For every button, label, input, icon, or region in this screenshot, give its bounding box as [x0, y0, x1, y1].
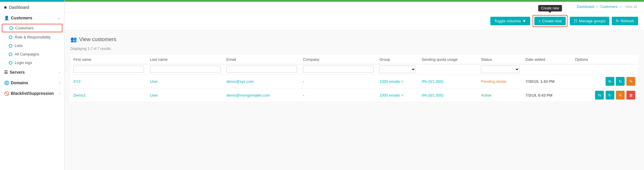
col-group: Group [377, 55, 419, 64]
customers-icon: 👤 [4, 16, 9, 20]
sidebar-loginlogs-label: Login logs [15, 60, 32, 65]
dot-icon [9, 53, 12, 56]
action-switch-1[interactable]: ⇆ [606, 77, 614, 86]
link-last-name-1[interactable]: User [150, 79, 158, 84]
cell-actions-1: ⇆ ↻ ✎ [572, 75, 638, 88]
status-badge-2: Active [481, 93, 491, 97]
link-email-1[interactable]: demo@xyz.com [226, 79, 254, 84]
page-title-area: 👥 View customers [70, 36, 638, 43]
filter-options-cell [572, 64, 638, 75]
sidebar-role-label: Role & Responsibility [15, 35, 51, 39]
toolbar: Toggle columns ▼ Create new + Create new… [65, 12, 644, 30]
link-group-1[interactable]: 1000 emails > [379, 79, 403, 84]
breadcrumb-viewall: View all [625, 5, 637, 9]
cell-email-1: demo@xyz.com [223, 75, 300, 88]
table-row: Demo1 User demo@mongomailer.com - 1000 e… [70, 88, 638, 102]
filter-first-name[interactable] [73, 66, 144, 73]
col-last-name: Last name [147, 55, 223, 64]
link-first-name-2[interactable]: Demo1 [73, 93, 86, 97]
chevron-down-icon: ▼ [522, 19, 526, 23]
filter-last-name-cell [147, 64, 223, 75]
dot-icon [9, 44, 12, 48]
filter-date-cell [523, 64, 572, 75]
filter-company[interactable] [303, 66, 374, 73]
link-email-2[interactable]: demo@mongomailer.com [226, 93, 270, 97]
sidebar-lists-label: Lists [15, 43, 23, 48]
breadcrumb: Dashboard > Customers > View all [577, 5, 638, 9]
tooltip-create-new: Create new [538, 5, 562, 11]
action-refresh-2[interactable]: ↻ [606, 91, 614, 100]
sidebar-section-domains[interactable]: 🌐 Domains ‹ [0, 78, 64, 88]
filter-last-name[interactable] [150, 66, 221, 73]
cell-last-name-2: User [147, 88, 223, 102]
breadcrumb-dashboard[interactable]: Dashboard [577, 5, 594, 9]
cell-first-name-1: XYZ [70, 75, 147, 88]
action-delete-2[interactable]: 🗑 [626, 91, 635, 100]
sidebar-customers-sub-label: Customers [15, 26, 34, 30]
action-refresh-1[interactable]: ↻ [616, 77, 625, 86]
action-edit-1[interactable]: ✎ [626, 77, 635, 86]
filter-group-cell [377, 64, 419, 75]
sidebar-section-blacklist[interactable]: 🚫 Blacklist/Suppression ‹ [0, 88, 64, 99]
dot-icon [9, 26, 13, 30]
dashboard-icon: ■ [4, 5, 7, 10]
filter-first-name-cell [70, 64, 147, 75]
create-new-button[interactable]: + Create new [534, 17, 566, 25]
sidebar-customers-label: Customers [11, 16, 32, 20]
filter-status-select[interactable] [481, 65, 519, 73]
sidebar-dashboard-label: Dashboard [9, 5, 29, 10]
toggle-columns-label: Toggle columns [494, 19, 521, 23]
breadcrumb-customers[interactable]: Customers [600, 5, 617, 9]
dot-icon [9, 36, 12, 39]
sidebar-item-role-responsibility[interactable]: Role & Responsibility [0, 33, 64, 41]
cell-actions-2: ⇆ ↻ ✎ 🗑 [572, 88, 638, 102]
sidebar-item-all-campaigns[interactable]: All Campaigns [0, 50, 64, 58]
quota-value-2: 0% (0/1,000) [422, 93, 443, 97]
domains-icon: 🌐 [4, 80, 9, 85]
chevron-down-icon: ⌄ [57, 16, 60, 20]
quota-value-1: 0% (0/1,000) [422, 79, 443, 84]
customers-table: First name Last name Email Company Group… [70, 55, 638, 102]
col-quota: Sending quota usage [419, 55, 478, 64]
action-switch-2[interactable]: ⇆ [595, 91, 604, 100]
plus-icon: + [538, 19, 541, 23]
sidebar-section-servers[interactable]: ☰ Servers ‹ [0, 67, 64, 78]
cell-status-1: Pending delete [478, 75, 522, 88]
cell-date-1: 7/30/19, 1:43 PM [523, 75, 572, 88]
toggle-columns-button[interactable]: Toggle columns ▼ [490, 17, 530, 25]
status-badge-1: Pending delete [481, 79, 506, 84]
sidebar-section-customers[interactable]: 👤 Customers ⌄ [0, 13, 64, 23]
page-title: View customers [79, 36, 116, 43]
sidebar-item-lists[interactable]: Lists [0, 41, 64, 50]
sidebar-item-login-logs[interactable]: Login logs [0, 58, 64, 67]
cell-company-1: - [300, 75, 377, 88]
cell-date-2: 7/3/19, 6:43 PM [523, 88, 572, 102]
results-info: Displaying 1-7 of 7 results. [70, 47, 638, 51]
sidebar-campaigns-label: All Campaigns [15, 52, 39, 56]
chevron-left-icon: ‹ [59, 81, 60, 85]
link-group-2[interactable]: 1000 emails > [379, 93, 403, 97]
cell-status-2: Active [478, 88, 522, 102]
link-last-name-2[interactable]: User [150, 93, 158, 97]
filter-email[interactable] [226, 66, 297, 73]
cell-group-1: 1000 emails > [377, 75, 419, 88]
action-edit-2[interactable]: ✎ [616, 91, 625, 100]
cell-last-name-1: User [147, 75, 223, 88]
sidebar-item-dashboard[interactable]: ■ Dashboard [0, 2, 64, 13]
table-header-row: First name Last name Email Company Group… [70, 55, 638, 64]
col-first-name: First name [70, 55, 147, 64]
sidebar-servers-label: Servers [10, 70, 25, 75]
dot-icon [9, 61, 12, 65]
refresh-button[interactable]: ↻ Refresh [612, 17, 638, 25]
col-status: Status [478, 55, 522, 64]
sidebar-item-customers[interactable]: Customers [2, 24, 62, 32]
create-new-label: Create new [542, 19, 562, 23]
cell-quota-1: 0% (0/1,000) [419, 75, 478, 88]
link-first-name-1[interactable]: XYZ [73, 79, 81, 84]
view-customers-icon: 👥 [70, 36, 77, 43]
filter-group-select[interactable] [379, 65, 416, 73]
filter-email-cell [223, 64, 300, 75]
manage-groups-button[interactable]: ☷ Manage groups [570, 17, 609, 25]
filter-row [70, 64, 638, 75]
blacklist-icon: 🚫 [4, 91, 9, 96]
